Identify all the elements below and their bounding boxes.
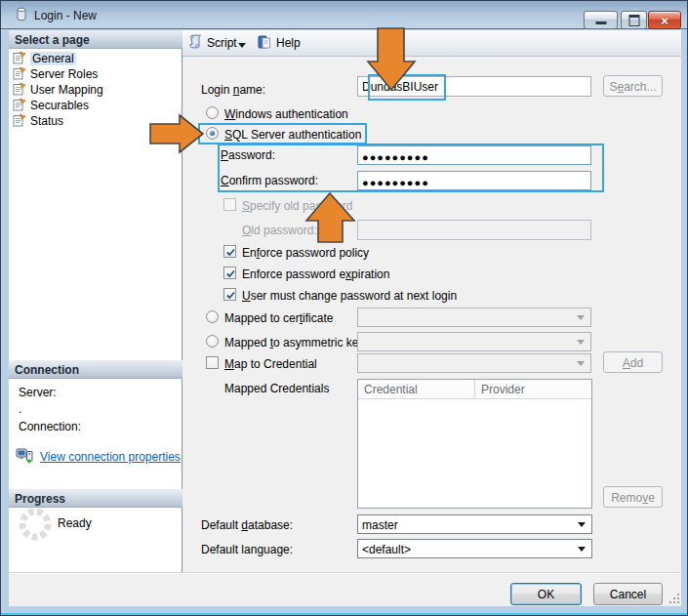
resize-grip[interactable]	[668, 593, 680, 607]
page-icon	[13, 51, 26, 67]
search-button[interactable]: Search...	[603, 75, 663, 97]
server-value: .	[19, 402, 21, 416]
windows-authentication-radio[interactable]	[206, 106, 219, 119]
specify-old-password-checkbox[interactable]	[223, 198, 236, 211]
check-icon	[224, 267, 237, 280]
confirm-password-label: Confirm password:	[221, 174, 318, 187]
minimize-icon	[595, 21, 606, 24]
specify-old-password-label: Specify old password	[242, 199, 352, 213]
minimize-button[interactable]	[584, 11, 618, 29]
script-dropdown-icon[interactable]	[238, 43, 246, 48]
chevron-down-icon	[577, 340, 585, 345]
window-title: Login - New	[34, 9, 97, 22]
server-label: Server:	[19, 386, 57, 399]
check-icon	[224, 246, 237, 259]
add-button[interactable]: Add	[603, 351, 663, 373]
chevron-down-icon	[577, 361, 585, 366]
script-label: Script	[207, 36, 237, 50]
scroll-icon	[187, 34, 203, 53]
sql-server-authentication-label: SQL Server authentication	[224, 128, 361, 142]
close-button[interactable]: ×	[648, 11, 681, 29]
connection-label: Connection:	[19, 420, 81, 433]
grid-header: Credential Provider	[358, 380, 591, 399]
help-label: Help	[276, 36, 301, 50]
book-icon	[257, 34, 272, 53]
password-input[interactable]: ●●●●●●●●●	[357, 145, 591, 165]
default-database-combo[interactable]: master	[357, 514, 592, 534]
sql-server-authentication-radio[interactable]	[206, 127, 219, 140]
maximize-button[interactable]	[621, 11, 647, 29]
script-button[interactable]: Script	[184, 32, 240, 54]
sidebar-item-status[interactable]: Status	[30, 114, 63, 128]
password-label: Password:	[221, 148, 275, 162]
default-language-label: Default language:	[201, 543, 293, 556]
title-bar: Login - New ×	[1, 1, 687, 29]
sidebar-item-server-roles[interactable]: Server Roles	[30, 67, 98, 81]
default-language-combo[interactable]: <default>	[357, 539, 592, 558]
user-must-change-password-label: User must change password at next login	[242, 289, 457, 303]
mapped-credentials-label: Mapped Credentials	[224, 382, 329, 395]
enforce-password-expiration-label: Enforce password expiration	[242, 267, 389, 281]
chevron-down-icon	[577, 315, 585, 320]
column-header-credential[interactable]: Credential	[358, 380, 475, 398]
progress-header: Progress	[9, 489, 182, 508]
ok-button[interactable]: OK	[510, 583, 582, 605]
login-name-label: Login name:	[201, 83, 265, 97]
confirm-password-input[interactable]: ●●●●●●●●●	[357, 171, 591, 190]
old-password-label: Old password:	[242, 224, 317, 237]
enforce-password-policy-checkbox[interactable]	[223, 245, 236, 258]
select-a-page-header: Select a page	[9, 30, 182, 49]
maximize-icon	[628, 15, 639, 26]
default-database-label: Default database:	[201, 518, 293, 532]
sidebar-item-securables[interactable]: Securables	[30, 99, 89, 112]
asymmetric-key-combo[interactable]	[357, 332, 591, 351]
progress-status: Ready	[58, 516, 92, 530]
database-icon	[14, 7, 29, 25]
mapped-to-asymmetric-key-radio[interactable]	[206, 335, 219, 348]
login-new-dialog: Login - New × Select a page General Serv…	[0, 0, 688, 616]
check-icon	[224, 289, 237, 302]
chevron-down-icon	[578, 522, 586, 527]
old-password-input[interactable]	[357, 220, 591, 240]
page-icon	[13, 98, 26, 114]
mapped-to-certificate-label: Mapped to certificate	[224, 311, 333, 325]
mapped-to-asymmetric-key-label: Mapped to asymmetric key	[224, 336, 364, 349]
map-to-credential-label: Map to Credential	[224, 357, 317, 371]
radio-dot	[210, 131, 215, 136]
spinner-icon	[18, 507, 53, 545]
column-header-provider[interactable]: Provider	[475, 380, 591, 398]
certificate-combo[interactable]	[357, 308, 591, 327]
map-to-credential-checkbox[interactable]	[206, 356, 219, 369]
enforce-password-policy-label: Enforce password policy	[242, 246, 369, 260]
close-icon: ×	[649, 13, 680, 29]
help-button[interactable]: Help	[254, 32, 304, 54]
user-must-change-password-checkbox[interactable]	[223, 288, 236, 301]
mapped-to-certificate-radio[interactable]	[206, 310, 219, 323]
sidebar-item-user-mapping[interactable]: User Mapping	[30, 83, 103, 97]
page-icon	[13, 82, 26, 99]
page-icon	[13, 66, 26, 83]
computer-icon	[16, 447, 34, 467]
mapped-credentials-grid[interactable]: Credential Provider	[357, 379, 592, 509]
page-icon	[13, 113, 26, 130]
cancel-button[interactable]: Cancel	[593, 583, 663, 605]
sidebar-item-general[interactable]: General	[30, 52, 76, 65]
connection-header: Connection	[9, 360, 182, 379]
remove-button[interactable]: Remove	[603, 486, 663, 508]
credential-combo[interactable]	[357, 353, 591, 373]
chevron-down-icon	[578, 547, 586, 552]
login-name-input[interactable]: DundasBIUser	[357, 76, 591, 97]
windows-authentication-label: Windows authentication	[224, 107, 348, 121]
enforce-password-expiration-checkbox[interactable]	[223, 267, 236, 279]
view-connection-properties-link[interactable]: View connection properties	[40, 450, 181, 464]
